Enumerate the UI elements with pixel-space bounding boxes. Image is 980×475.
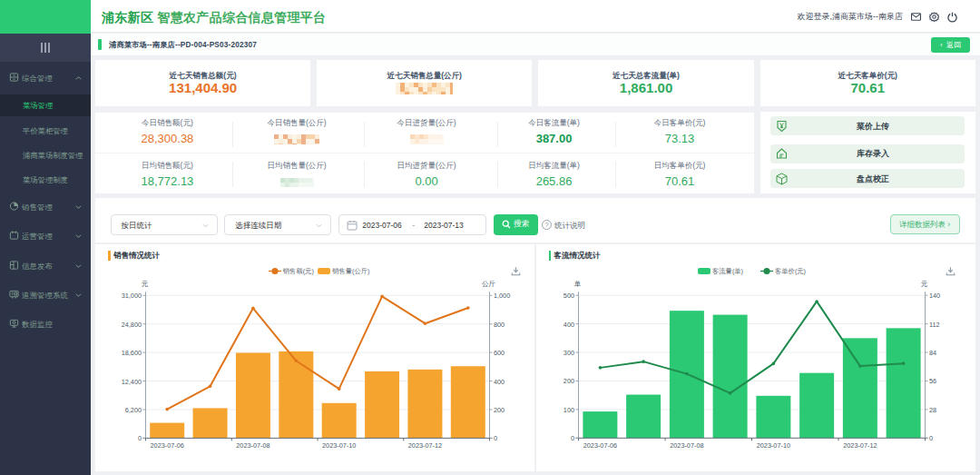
svg-text:24,800: 24,800 [122,321,142,329]
svg-text:2023-07-06: 2023-07-06 [151,441,184,450]
svg-text:0: 0 [494,434,497,442]
svg-text:400: 400 [494,378,505,386]
svg-text:2023-07-10: 2023-07-10 [756,441,789,450]
svg-text:2023-07-06: 2023-07-06 [583,441,616,450]
svg-text:公斤: 公斤 [482,280,495,288]
svg-text:元: 元 [142,280,149,288]
svg-text:200: 200 [563,378,573,386]
svg-text:28: 28 [928,406,936,414]
svg-text:31,000: 31,000 [122,292,142,300]
svg-text:12,400: 12,400 [122,378,142,386]
svg-text:1,000: 1,000 [494,292,510,300]
svg-text:300: 300 [563,349,573,357]
svg-text:100: 100 [563,406,573,414]
svg-text:6,200: 6,200 [125,406,142,414]
svg-text:0: 0 [138,434,142,442]
svg-text:元: 元 [920,280,927,288]
svg-text:0: 0 [928,434,932,442]
svg-text:单: 单 [573,280,581,288]
svg-text:800: 800 [494,321,505,329]
svg-text:2023-07-12: 2023-07-12 [843,441,877,450]
svg-text:500: 500 [563,292,573,300]
svg-text:140: 140 [928,292,939,300]
svg-text:2023-07-08: 2023-07-08 [670,441,703,450]
svg-text:2023-07-08: 2023-07-08 [236,441,270,450]
svg-text:56: 56 [928,378,936,386]
svg-text:112: 112 [928,321,939,329]
svg-text:2023-07-10: 2023-07-10 [322,441,356,450]
svg-text:2023-07-12: 2023-07-12 [408,441,442,450]
svg-text:200: 200 [494,406,505,414]
svg-text:400: 400 [563,321,573,329]
svg-text:84: 84 [928,349,936,357]
svg-text:600: 600 [494,349,505,357]
svg-text:18,600: 18,600 [122,349,142,357]
svg-text:0: 0 [570,434,573,442]
